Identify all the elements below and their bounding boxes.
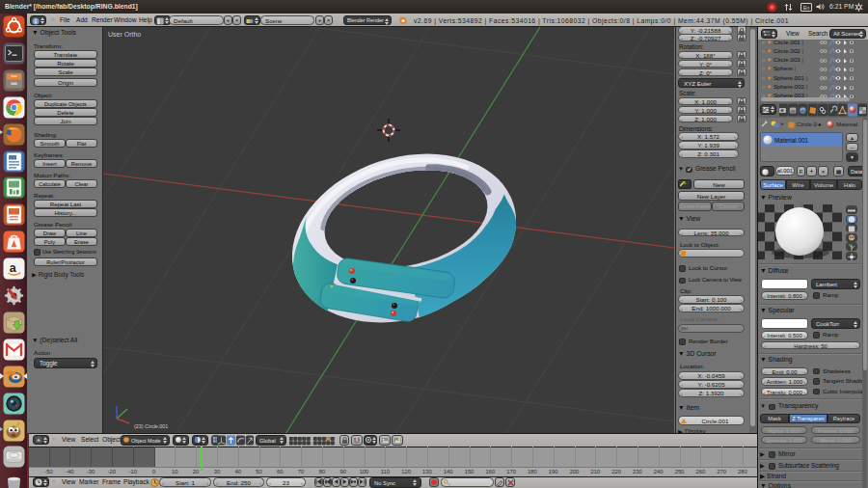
svg-text:User Ortho: User Ortho <box>108 31 141 38</box>
svg-text:a: a <box>9 261 16 275</box>
svg-text:(23) Circle.001: (23) Circle.001 <box>134 423 168 429</box>
